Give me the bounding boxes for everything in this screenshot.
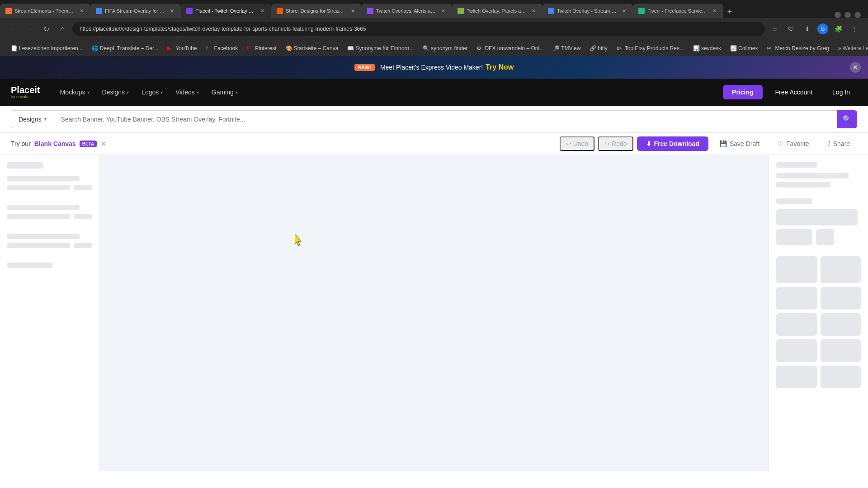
bookmark-synonym-finder[interactable]: 🔍 synonym finder: [419, 44, 471, 52]
bookmark-pinterest[interactable]: P Pinterest: [243, 44, 280, 52]
tab-1[interactable]: StreamElements - Themes g... ✕: [0, 4, 90, 18]
download-icon[interactable]: ⬇: [801, 23, 814, 35]
tab-close-8[interactable]: ✕: [711, 7, 718, 14]
sk-row-short-3: [7, 243, 70, 248]
close-btn[interactable]: [854, 12, 861, 18]
nav-logos[interactable]: Logos ▾: [136, 85, 168, 99]
pricing-button[interactable]: Pricing: [723, 85, 762, 99]
sk-row-1: [7, 176, 80, 181]
address-input[interactable]: https://placeit.net/c/design-templates/s…: [72, 22, 765, 36]
bookmark-sevdesk[interactable]: 📊 sevdesk: [689, 44, 725, 52]
sk-row-4: [7, 263, 52, 268]
tab-title-7: Twitch Overlay - Stream Ove...: [557, 8, 618, 14]
bookmark-icon-deepl: 🌐: [92, 45, 98, 52]
nav-videos-label: Videos: [175, 89, 195, 96]
bookmark-bitly[interactable]: 🔗 bitly: [586, 44, 611, 52]
nav-links: Mockups ▾ Designs ▾ Logos ▾ Videos ▾ Gam…: [54, 85, 708, 99]
minimize-btn[interactable]: [835, 12, 841, 18]
bookmark-merch[interactable]: ✂ Merch Resize by Greg: [763, 44, 832, 52]
logo-envato: by envato: [11, 94, 40, 99]
bookmark-icon-lesezeichen: 📑: [11, 45, 17, 52]
bookmark-tmview[interactable]: 🔎 TMView: [549, 44, 584, 52]
etsy-icon: 🛍: [617, 45, 623, 52]
new-tab-button[interactable]: +: [723, 5, 736, 18]
tab-favicon-6: [458, 8, 464, 14]
nav-mockups-label: Mockups: [60, 89, 85, 96]
sk-row-xshort-3: [74, 243, 92, 248]
bookmark-label-bitly: bitly: [598, 45, 607, 52]
menu-icon[interactable]: ⋮: [848, 23, 861, 35]
save-draft-button[interactable]: 💾 Save Draft: [712, 136, 767, 151]
bookmark-label-dfx: DFX umwandeln – Onl...: [485, 45, 544, 52]
nav-gaming[interactable]: Gaming ▾: [206, 85, 243, 99]
bookmark-collmex[interactable]: 📈 Collmex: [726, 44, 761, 52]
free-download-button[interactable]: ⬇ Free Download: [637, 136, 708, 151]
search-bar: Designs ▾ 🔍: [0, 106, 868, 133]
blank-canvas-link[interactable]: Blank Canvas: [34, 140, 76, 147]
tab-8[interactable]: Fiverr - Freelance Services M... ✕: [633, 4, 723, 18]
tab-close-4[interactable]: ✕: [349, 7, 356, 14]
tab-close-7[interactable]: ✕: [620, 7, 627, 14]
pinterest-icon: P: [247, 45, 253, 52]
redo-button[interactable]: ↪ Redo: [598, 136, 633, 151]
nav-designs-label: Designs: [102, 89, 125, 96]
bookmark-synonyme[interactable]: 📖 Synonyme für Einhorn...: [344, 44, 417, 52]
search-button[interactable]: 🔍: [837, 110, 857, 128]
sk-right-row-2: [776, 182, 830, 188]
blank-canvas-close[interactable]: ✕: [100, 140, 106, 148]
tab-close-1[interactable]: ✕: [78, 7, 85, 14]
tab-4[interactable]: Store: Designs for Streamers... ✕: [271, 4, 362, 18]
bookmark-deepl[interactable]: 🌐 DeepL Translate – Der...: [88, 44, 162, 52]
search-type-label: Designs: [19, 116, 42, 123]
sk-grid-1: [776, 256, 817, 283]
search-type-dropdown[interactable]: Designs ▾: [11, 110, 54, 128]
sk-right-row-1: [776, 173, 849, 178]
banner-cta[interactable]: Try Now: [486, 63, 514, 71]
bookmark-label-sevdesk: sevdesk: [701, 45, 721, 52]
navbar-right: Pricing Free Account Log In: [723, 85, 857, 99]
forward-button[interactable]: →: [24, 23, 36, 35]
tab-close-3[interactable]: ✕: [259, 7, 266, 14]
bookmark-etsy[interactable]: 🛍 Top Etsy Products Res...: [613, 44, 688, 52]
free-account-button[interactable]: Free Account: [768, 85, 820, 99]
login-button[interactable]: Log In: [825, 85, 857, 99]
nav-mockups[interactable]: Mockups ▾: [54, 85, 94, 99]
sk-grid-7: [776, 339, 817, 362]
back-button[interactable]: ←: [7, 23, 20, 35]
sk-row-xshort-1: [74, 185, 92, 190]
sk-row-short-2: [7, 214, 70, 219]
tab-close-6[interactable]: ✕: [530, 7, 537, 14]
tab-favicon-3: [186, 8, 193, 14]
sk-row-xshort-2: [74, 214, 92, 219]
bookmark-label-synonym-finder: synonym finder: [431, 45, 467, 52]
search-input[interactable]: [61, 116, 830, 123]
share-button[interactable]: ⤴ Share: [820, 136, 857, 151]
reload-button[interactable]: ↻: [40, 23, 52, 35]
tab-5[interactable]: Twitch Overlays, Alerts and C... ✕: [362, 4, 452, 18]
nav-videos[interactable]: Videos ▾: [170, 85, 204, 99]
maximize-btn[interactable]: [844, 12, 851, 18]
bookmark-facebook[interactable]: f Facebook: [203, 44, 242, 52]
placeit-logo[interactable]: Placeit by envato: [11, 85, 40, 99]
home-button[interactable]: ⌂: [56, 23, 69, 35]
tab-2[interactable]: FIFA Stream Overlay for free... ✕: [90, 4, 181, 18]
bookmark-star[interactable]: ☆: [769, 23, 781, 35]
bookmark-label-etsy: Top Etsy Products Res...: [625, 45, 684, 52]
bookmark-canva[interactable]: 🎨 Startseite – Canva: [282, 44, 342, 52]
bookmark-youtube[interactable]: ▶ YouTube: [164, 44, 200, 52]
tab-7[interactable]: Twitch Overlay - Stream Ove... ✕: [542, 4, 633, 18]
tab-6[interactable]: Twitch Overlay, Panels and Y... ✕: [452, 4, 542, 18]
more-bookmarks[interactable]: » Weitere Lesezeichen...: [835, 44, 868, 52]
undo-button[interactable]: ↩ Undo: [560, 136, 594, 151]
banner-close-button[interactable]: ✕: [850, 62, 861, 73]
nav-designs[interactable]: Designs ▾: [97, 85, 135, 99]
extensions-icon[interactable]: 🧩: [832, 23, 844, 35]
favorite-button[interactable]: ♡ Favorite: [770, 136, 816, 151]
sk-right-btn-1: [776, 229, 812, 245]
bookmark-lesezeichen[interactable]: 📑 Lesezeichen importieren...: [7, 44, 86, 52]
bookmark-dfx[interactable]: ⚙ DFX umwandeln – Onl...: [473, 44, 547, 52]
tab-close-5[interactable]: ✕: [439, 7, 447, 14]
tab-close-2[interactable]: ✕: [168, 7, 175, 14]
tab-3[interactable]: Placeit - Twitch Overlay Tem... ✕: [181, 4, 271, 18]
profile-icon[interactable]: G: [817, 23, 828, 34]
